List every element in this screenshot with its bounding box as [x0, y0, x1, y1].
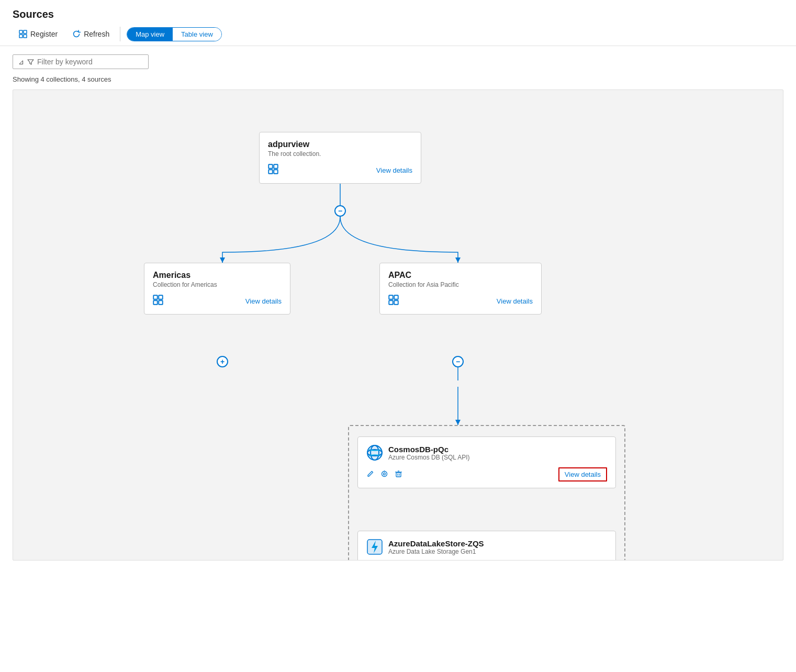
page-title: Sources [13, 8, 783, 20]
filter-input-wrap: ⊿ [13, 54, 149, 69]
svg-marker-5 [220, 257, 225, 263]
cosmos-card-subtitle: Azure Cosmos DB (SQL API) [388, 454, 470, 461]
cosmos-edit-icon[interactable] [366, 470, 374, 479]
filter-bar: ⊿ [13, 54, 783, 69]
datalake-source-card: AzureDataLakeStore-ZQS Azure Data Lake S… [357, 531, 616, 561]
svg-rect-0 [19, 30, 23, 33]
table-view-button[interactable]: Table view [173, 28, 221, 41]
register-icon [19, 30, 27, 38]
refresh-button[interactable]: Refresh [66, 27, 116, 41]
americas-card-footer: View details [153, 295, 282, 308]
svg-rect-13 [274, 170, 278, 174]
cosmos-actions [366, 470, 402, 479]
root-view-details-link[interactable]: View details [376, 166, 412, 174]
svg-rect-3 [24, 35, 27, 38]
svg-rect-10 [268, 164, 273, 169]
datalake-icon [366, 539, 383, 555]
svg-rect-12 [268, 170, 273, 174]
summary-text: Showing 4 collections, 4 sources [13, 75, 783, 83]
cosmos-scan-icon[interactable] [380, 470, 388, 479]
filter-icon: ⊿ [18, 58, 24, 66]
svg-rect-15 [159, 295, 163, 299]
cosmos-card-footer: View details [366, 467, 607, 481]
svg-rect-21 [394, 300, 398, 305]
svg-rect-16 [153, 300, 158, 305]
keyword-filter-input[interactable] [37, 58, 143, 66]
americas-expand-button[interactable]: + [217, 356, 228, 367]
cosmos-source-card: CosmosDB-pQc Azure Cosmos DB (SQL API) [357, 436, 616, 488]
svg-rect-2 [19, 35, 23, 38]
apac-collapse-button[interactable]: − [452, 356, 464, 367]
svg-rect-17 [159, 300, 163, 305]
root-card-footer: View details [268, 164, 412, 177]
datalake-card-header: AzureDataLakeStore-ZQS Azure Data Lake S… [366, 539, 607, 555]
apac-card-grid-icon [388, 295, 399, 308]
americas-collection-card: Americas Collection for Americas View de… [144, 263, 290, 315]
svg-point-26 [382, 471, 387, 476]
apac-card-footer: View details [388, 295, 533, 308]
root-collapse-button[interactable]: − [334, 205, 346, 217]
datalake-card-subtitle: Azure Data Lake Storage Gen1 [388, 548, 484, 555]
register-button[interactable]: Register [13, 27, 64, 41]
map-view-button[interactable]: Map view [127, 28, 173, 41]
root-card-title: adpurview [268, 140, 412, 149]
svg-rect-20 [389, 300, 393, 305]
apac-sources-container: CosmosDB-pQc Azure Cosmos DB (SQL API) [348, 425, 625, 561]
refresh-icon [72, 30, 81, 38]
root-card-subtitle: The root collection. [268, 150, 412, 158]
svg-rect-14 [153, 295, 158, 299]
svg-marker-9 [455, 420, 461, 425]
cosmos-card-title: CosmosDB-pQc [388, 445, 470, 454]
apac-card-title: APAC [388, 271, 533, 280]
svg-rect-18 [389, 295, 393, 299]
page-header: Sources Register Refresh Map view Table … [0, 0, 796, 46]
apac-view-details-link[interactable]: View details [497, 297, 533, 305]
funnel-icon [27, 59, 34, 65]
svg-marker-6 [455, 257, 461, 263]
americas-card-subtitle: Collection for Americas [153, 281, 282, 288]
toolbar-divider [120, 27, 120, 41]
root-card-grid-icon [268, 164, 278, 177]
toolbar: Register Refresh Map view Table view [13, 27, 783, 41]
svg-rect-19 [394, 295, 398, 299]
apac-card-subtitle: Collection for Asia Pacific [388, 281, 533, 288]
root-collection-card: adpurview The root collection. View deta… [259, 132, 421, 184]
cosmos-card-header: CosmosDB-pQc Azure Cosmos DB (SQL API) [366, 444, 607, 461]
map-canvas: adpurview The root collection. View deta… [13, 89, 783, 561]
americas-card-grid-icon [153, 295, 163, 308]
cosmos-delete-icon[interactable] [395, 470, 402, 479]
cosmos-view-details-button[interactable]: View details [558, 467, 607, 481]
datalake-card-title: AzureDataLakeStore-ZQS [388, 539, 484, 548]
svg-point-27 [384, 473, 386, 475]
view-toggle: Map view Table view [127, 27, 222, 41]
apac-collection-card: APAC Collection for Asia Pacific View de… [379, 263, 542, 315]
svg-rect-11 [274, 164, 278, 169]
americas-card-title: Americas [153, 271, 282, 280]
cosmos-icon [366, 444, 383, 461]
svg-rect-29 [396, 473, 401, 477]
content-area: ⊿ Showing 4 collections, 4 sources [0, 46, 796, 569]
americas-view-details-link[interactable]: View details [245, 297, 282, 305]
svg-rect-1 [24, 30, 27, 33]
